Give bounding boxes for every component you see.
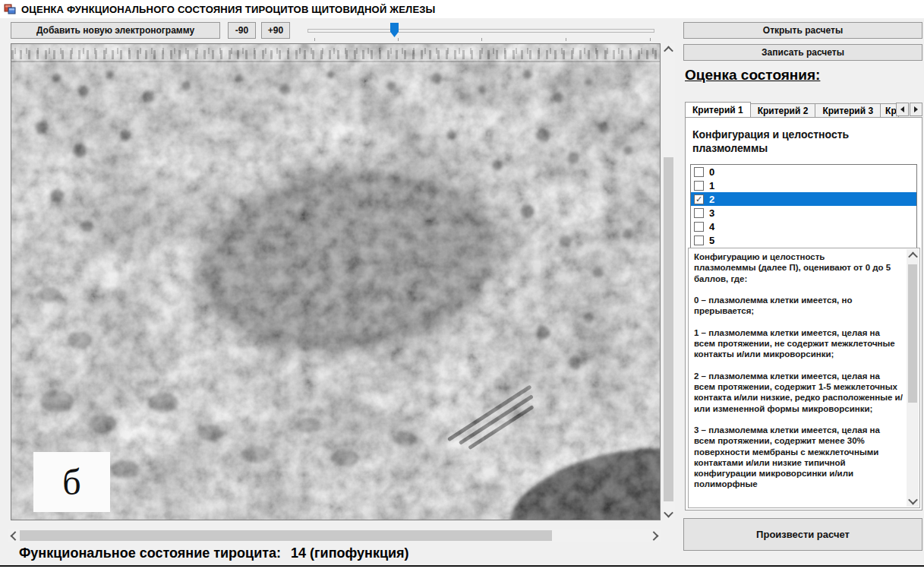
score-checkbox-0[interactable]: ✓ <box>694 167 704 177</box>
micrograph-viewport: б <box>11 43 661 520</box>
triangle-left-icon <box>900 106 904 112</box>
tab-scroll-right-button[interactable] <box>910 103 922 116</box>
triangle-right-icon <box>914 106 918 112</box>
score-label: 4 <box>709 221 714 232</box>
scroll-right-button[interactable] <box>648 529 661 542</box>
scroll-up-button[interactable] <box>907 249 919 261</box>
open-calculations-button[interactable]: Открыть расчеты <box>683 22 922 39</box>
electron-micrograph <box>11 44 660 520</box>
save-calculations-button[interactable]: Записать расчеты <box>683 44 922 61</box>
score-checkbox-2[interactable]: ✓ <box>694 194 704 204</box>
figure-label: б <box>33 452 110 512</box>
chevron-left-icon <box>10 531 20 541</box>
tab-criterion-1[interactable]: Критерий 1 <box>685 102 751 118</box>
assessment-heading: Оценка состояния: <box>685 67 820 84</box>
criterion-description-text: Конфигурацию и целостность плазмолеммы (… <box>694 251 903 505</box>
score-row-2[interactable]: ✓ 2 <box>691 192 916 206</box>
score-row-3[interactable]: ✓ 3 <box>691 206 916 220</box>
rotation-slider[interactable] <box>307 22 654 42</box>
window-title: ОЦЕНКА ФУНКЦИОНАЛЬНОГО СОСТОЯНИЯ ТИРОЦИТ… <box>21 4 436 15</box>
slider-tick <box>481 38 482 41</box>
chevron-up-icon <box>664 46 673 56</box>
slider-track[interactable] <box>307 29 654 33</box>
window-titlebar: ОЦЕНКА ФУНКЦИОНАЛЬНОГО СОСТОЯНИЯ ТИРОЦИТ… <box>0 0 924 18</box>
chevron-up-icon <box>908 251 918 261</box>
slider-tick <box>398 38 399 41</box>
scroll-left-button[interactable] <box>8 529 20 542</box>
horizontal-scroll-thumb[interactable] <box>20 530 552 541</box>
chevron-right-icon <box>648 531 658 541</box>
slider-tick <box>650 38 651 41</box>
image-horizontal-scrollbar[interactable] <box>8 529 661 542</box>
winforms-app-icon <box>4 3 16 15</box>
chevron-down-icon <box>664 508 673 518</box>
calculate-button[interactable]: Произвести расчет <box>683 518 922 551</box>
scroll-down-button[interactable] <box>907 495 919 507</box>
criterion-description-box: Конфигурацию и целостность плазмолеммы (… <box>688 248 920 508</box>
score-label: 5 <box>709 235 714 246</box>
score-checkbox-1[interactable]: ✓ <box>694 181 704 191</box>
rotate-minus-90-button[interactable]: -90 <box>228 22 256 39</box>
slider-thumb[interactable] <box>390 23 399 37</box>
scroll-up-button[interactable] <box>662 43 675 56</box>
status-label: Функциональное состояние тироцита: <box>19 545 281 561</box>
criteria-tabstrip: Критерий 1 Критерий 2 Критерий 3 Кр <box>685 102 899 118</box>
score-row-5[interactable]: ✓ 5 <box>691 233 916 247</box>
description-scroll-thumb[interactable] <box>908 264 917 403</box>
criterion-title: Конфигурация и целостность плазмолеммы <box>692 128 914 155</box>
description-scrollbar[interactable] <box>907 249 919 507</box>
score-row-1[interactable]: ✓ 1 <box>691 179 916 192</box>
score-checkbox-3[interactable]: ✓ <box>694 208 704 218</box>
tab-scroll-left-button[interactable] <box>896 103 909 116</box>
score-label: 0 <box>709 166 714 178</box>
score-checkbox-4[interactable]: ✓ <box>694 222 704 232</box>
score-checkbox-5[interactable]: ✓ <box>694 236 704 245</box>
tab-criterion-3[interactable]: Критерий 3 <box>815 103 881 118</box>
slider-tick <box>314 38 315 41</box>
chevron-down-icon <box>908 495 918 504</box>
scroll-down-button[interactable] <box>662 507 675 520</box>
checkmark-icon: ✓ <box>695 195 702 203</box>
status-value: 14 (гипофункция) <box>291 545 408 561</box>
add-electronogram-button[interactable]: Добавить новую электронограмму <box>11 22 220 39</box>
status-bar: Функциональное состояние тироцита:14 (ги… <box>19 545 409 561</box>
tab-criterion-2[interactable]: Критерий 2 <box>751 103 816 118</box>
rotate-plus-90-button[interactable]: +90 <box>261 22 290 39</box>
score-checklist: ✓ 0 ✓ 1 ✓ 2 ✓ 3 ✓ 4 ✓ 5 <box>690 164 917 250</box>
vertical-scroll-thumb[interactable] <box>664 157 673 501</box>
image-vertical-scrollbar[interactable] <box>662 43 675 520</box>
score-label: 2 <box>709 194 714 205</box>
slider-tick <box>566 38 566 41</box>
score-row-4[interactable]: ✓ 4 <box>691 220 916 233</box>
score-label: 1 <box>709 180 714 191</box>
score-label: 3 <box>709 207 714 219</box>
criterion-tab-page: Конфигурация и целостность плазмолеммы ✓… <box>685 117 922 511</box>
score-row-0[interactable]: ✓ 0 <box>691 165 916 179</box>
